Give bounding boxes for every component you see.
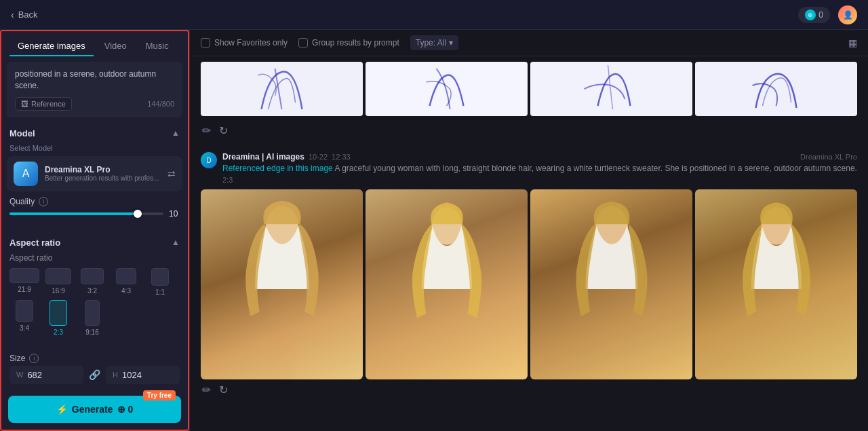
aspect-3-4[interactable]: 3:4 xyxy=(9,300,39,336)
model-name: Dreamina XL Pro xyxy=(45,165,161,174)
prompt-footer: 🖼 Reference 144/800 xyxy=(15,97,174,111)
photo-edit-icon[interactable]: ✏ xyxy=(201,382,212,398)
show-favorites-label: Show Favorites only xyxy=(214,38,288,48)
size-inputs: W 682 🔗 H 1024 xyxy=(7,366,182,384)
generate-bar: Try free ⚡ Generate ⊕ 0 xyxy=(1,389,188,430)
aspect-ratio-section: Aspect ratio ▲ Aspect ratio 21:9 16:9 xyxy=(7,232,182,340)
type-chevron-icon: ▾ xyxy=(449,38,453,48)
prompt-description: Referenced edge in this image A graceful… xyxy=(222,163,857,174)
model-card[interactable]: A Dreamina XL Pro Better generation resu… xyxy=(7,156,182,191)
model-section: Model ▲ Select Model A Dreamina XL Pro B… xyxy=(7,123,182,224)
quality-slider[interactable] xyxy=(9,212,163,215)
sketch-image-4 xyxy=(695,62,857,116)
source-name: Dreamina | AI images xyxy=(222,152,304,162)
group-results-checkbox[interactable]: Group results by prompt xyxy=(298,38,399,48)
aspect-grid-row1: 21:9 16:9 3:2 4:3 xyxy=(7,268,182,300)
quality-info-icon[interactable]: i xyxy=(39,197,48,206)
model-info: Dreamina XL Pro Better generation result… xyxy=(45,165,161,182)
prompt-ratio: 2:3 xyxy=(222,176,857,184)
prompt-info-row: D Dreamina | AI images 10-22 12:33 Dream… xyxy=(201,152,857,184)
back-label: Back xyxy=(18,10,38,20)
type-dropdown[interactable]: Type: All ▾ xyxy=(410,35,458,50)
aspect-16-9[interactable]: 16:9 xyxy=(43,268,73,296)
aspect-grid-row2: 3:4 2:3 9:16 xyxy=(7,300,182,340)
quality-row: Quality i xyxy=(7,191,182,209)
height-input-group[interactable]: H 1024 xyxy=(106,366,180,384)
sketch-image-3 xyxy=(530,62,692,116)
tab-generate-images[interactable]: Generate images xyxy=(9,37,94,56)
quality-value: 10 xyxy=(169,209,180,219)
width-input-group[interactable]: W 682 xyxy=(9,366,83,384)
source-date: 10-22 xyxy=(309,153,328,161)
aspect-21-9-label: 21:9 xyxy=(18,286,31,293)
model-section-header[interactable]: Model ▲ xyxy=(7,123,182,144)
aspect-sub-label: Aspect ratio xyxy=(7,253,182,268)
model-icon: A xyxy=(14,162,38,186)
woman-figure-2 xyxy=(382,199,511,379)
size-info-icon[interactable]: i xyxy=(29,354,39,363)
sketch-edit-icon[interactable]: ✏ xyxy=(201,123,212,138)
slider-thumb xyxy=(134,210,142,218)
generate-label: Generate xyxy=(72,404,113,415)
aspect-21-9-shape xyxy=(9,268,39,283)
reference-button[interactable]: 🖼 Reference xyxy=(15,97,72,111)
tab-video[interactable]: Video xyxy=(96,37,135,56)
back-button[interactable]: ‹ Back xyxy=(11,10,38,20)
credit-count: 0 xyxy=(818,10,823,20)
photo-refresh-icon[interactable]: ↻ xyxy=(218,382,229,398)
svg-text:A: A xyxy=(22,168,30,179)
aspect-2-3[interactable]: 2:3 xyxy=(43,300,73,336)
quality-slider-row: 10 xyxy=(7,209,182,224)
aspect-3-2-label: 3:2 xyxy=(87,287,97,295)
aspect-16-9-label: 16:9 xyxy=(52,287,64,295)
height-label: H xyxy=(113,371,118,379)
model-desc: Better generation results with profes... xyxy=(45,174,161,182)
sketch-refresh-icon[interactable]: ↻ xyxy=(218,123,229,138)
woman-figure-3 xyxy=(547,199,676,379)
group-results-label: Group results by prompt xyxy=(312,38,399,48)
svg-rect-6 xyxy=(269,289,296,379)
generate-button[interactable]: Try free ⚡ Generate ⊕ 0 xyxy=(8,396,181,423)
aspect-3-2-shape xyxy=(81,268,104,284)
prompt-model-tag: Dreamina XL Pro xyxy=(800,153,857,161)
aspect-4-3[interactable]: 4:3 xyxy=(111,268,141,296)
select-model-label: Select Model xyxy=(7,144,182,156)
aspect-1-1-shape xyxy=(151,268,169,286)
top-nav: ‹ Back ⊕ 0 👤 xyxy=(0,0,868,30)
width-label: W xyxy=(16,371,23,379)
aspect-4-3-shape xyxy=(116,268,136,284)
sketch-row xyxy=(201,56,857,116)
photo-image-group: D Dreamina | AI images 10-22 12:33 Dream… xyxy=(201,152,857,400)
tab-music[interactable]: Music xyxy=(138,37,177,56)
generate-icon: ⚡ xyxy=(56,404,68,415)
woman-figure-1 xyxy=(217,199,347,379)
grid-view-icon[interactable]: ▦ xyxy=(848,37,857,48)
aspect-ratio-title: Aspect ratio xyxy=(9,238,60,248)
aspect-16-9-shape xyxy=(45,268,71,284)
credit-icon: ⊕ xyxy=(805,10,816,20)
aspect-1-1[interactable]: 1:1 xyxy=(145,268,175,296)
woman-figure-4 xyxy=(711,199,841,379)
size-row: Size i xyxy=(7,348,182,366)
aspect-ratio-section-header[interactable]: Aspect ratio ▲ xyxy=(7,232,182,253)
size-section: Size i W 682 🔗 H 1024 xyxy=(7,348,182,384)
model-settings-icon[interactable]: ⇄ xyxy=(167,168,176,179)
aspect-21-9[interactable]: 21:9 xyxy=(9,268,39,296)
aspect-9-16[interactable]: 9:16 xyxy=(77,300,107,336)
svg-rect-3 xyxy=(578,62,646,116)
sketch-image-group: ✏ ↻ xyxy=(201,56,857,141)
show-favorites-checkbox[interactable]: Show Favorites only xyxy=(201,38,288,48)
aspect-chevron-icon: ▲ xyxy=(172,238,180,247)
favorites-checkbox-box xyxy=(201,38,210,48)
main-layout: Generate images Video Music positioned i… xyxy=(0,30,868,431)
photo-image-3 xyxy=(530,189,692,379)
link-icon[interactable]: 🔗 xyxy=(89,369,100,380)
width-value: 682 xyxy=(27,370,42,380)
quality-label: Quality xyxy=(9,197,35,206)
referenced-link[interactable]: Referenced edge in this image xyxy=(222,164,333,173)
photo-image-4 xyxy=(695,189,857,379)
avatar[interactable]: 👤 xyxy=(838,5,857,24)
aspect-3-2[interactable]: 3:2 xyxy=(77,268,107,296)
aspect-9-16-shape xyxy=(85,300,100,326)
content-toolbar: Show Favorites only Group results by pro… xyxy=(190,30,868,56)
